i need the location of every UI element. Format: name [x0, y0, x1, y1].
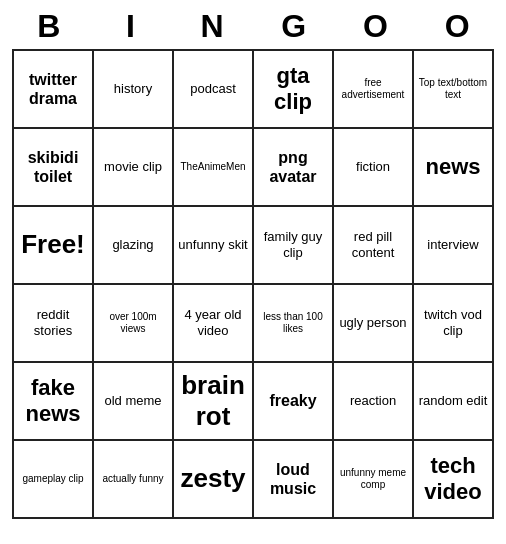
bingo-cell-25[interactable]: old meme: [94, 363, 174, 441]
cell-text-13: glazing: [112, 237, 153, 253]
cell-text-2: podcast: [190, 81, 236, 97]
bingo-cell-2[interactable]: podcast: [174, 51, 254, 129]
cell-text-15: family guy clip: [257, 229, 329, 260]
bingo-cell-20[interactable]: 4 year old video: [174, 285, 254, 363]
header-letter-G: G: [254, 8, 334, 45]
cell-text-1: history: [114, 81, 152, 97]
cell-text-10: fiction: [356, 159, 390, 175]
bingo-cell-34[interactable]: unfunny meme comp: [334, 441, 414, 519]
cell-text-19: over 100m views: [97, 311, 169, 335]
cell-text-22: ugly person: [339, 315, 406, 331]
bingo-cell-18[interactable]: reddit stories: [14, 285, 94, 363]
cell-text-25: old meme: [104, 393, 161, 409]
cell-text-20: 4 year old video: [177, 307, 249, 338]
bingo-cell-17[interactable]: interview: [414, 207, 494, 285]
cell-text-4: free advertisement: [337, 77, 409, 101]
bingo-cell-22[interactable]: ugly person: [334, 285, 414, 363]
cell-text-9: png avatar: [257, 148, 329, 186]
cell-text-18: reddit stories: [17, 307, 89, 338]
header-letter-N: N: [172, 8, 252, 45]
cell-text-5: Top text/bottom text: [417, 77, 489, 101]
bingo-cell-13[interactable]: glazing: [94, 207, 174, 285]
bingo-cell-33[interactable]: loud music: [254, 441, 334, 519]
bingo-cell-23[interactable]: twitch vod clip: [414, 285, 494, 363]
bingo-cell-11[interactable]: news: [414, 129, 494, 207]
bingo-cell-31[interactable]: actually funny: [94, 441, 174, 519]
bingo-cell-4[interactable]: free advertisement: [334, 51, 414, 129]
cell-text-24: fake news: [17, 375, 89, 428]
cell-text-23: twitch vod clip: [417, 307, 489, 338]
bingo-cell-14[interactable]: unfunny skit: [174, 207, 254, 285]
cell-text-11: news: [425, 154, 480, 180]
bingo-table: twitter dramahistorypodcastgta clipfree …: [12, 49, 494, 519]
cell-text-6: skibidi toilet: [17, 148, 89, 186]
bingo-cell-1[interactable]: history: [94, 51, 174, 129]
cell-text-27: freaky: [269, 391, 316, 410]
cell-text-8: TheAnimeMen: [180, 161, 245, 173]
header-letter-O: O: [335, 8, 415, 45]
cell-text-35: tech video: [417, 453, 489, 506]
cell-text-26: brain rot: [177, 370, 249, 432]
bingo-cell-24[interactable]: fake news: [14, 363, 94, 441]
bingo-cell-15[interactable]: family guy clip: [254, 207, 334, 285]
bingo-cell-12[interactable]: Free!: [14, 207, 94, 285]
bingo-cell-3[interactable]: gta clip: [254, 51, 334, 129]
cell-text-14: unfunny skit: [178, 237, 247, 253]
bingo-cell-10[interactable]: fiction: [334, 129, 414, 207]
cell-text-30: gameplay clip: [22, 473, 83, 485]
cell-text-0: twitter drama: [17, 70, 89, 108]
header-letter-B: B: [9, 8, 89, 45]
cell-text-12: Free!: [21, 229, 85, 260]
bingo-cell-35[interactable]: tech video: [414, 441, 494, 519]
header-letter-O: O: [417, 8, 497, 45]
bingo-cell-27[interactable]: freaky: [254, 363, 334, 441]
bingo-header: BINGOO: [8, 8, 498, 45]
bingo-cell-16[interactable]: red pill content: [334, 207, 414, 285]
bingo-cell-8[interactable]: TheAnimeMen: [174, 129, 254, 207]
cell-text-17: interview: [427, 237, 478, 253]
bingo-cell-28[interactable]: reaction: [334, 363, 414, 441]
bingo-cell-32[interactable]: zesty: [174, 441, 254, 519]
cell-text-33: loud music: [257, 460, 329, 498]
cell-text-7: movie clip: [104, 159, 162, 175]
header-letter-I: I: [90, 8, 170, 45]
cell-text-32: zesty: [180, 463, 245, 494]
cell-text-29: random edit: [419, 393, 488, 409]
bingo-cell-29[interactable]: random edit: [414, 363, 494, 441]
cell-text-16: red pill content: [337, 229, 409, 260]
cell-text-21: less than 100 likes: [257, 311, 329, 335]
cell-text-34: unfunny meme comp: [337, 467, 409, 491]
bingo-cell-19[interactable]: over 100m views: [94, 285, 174, 363]
bingo-cell-9[interactable]: png avatar: [254, 129, 334, 207]
cell-text-28: reaction: [350, 393, 396, 409]
bingo-cell-6[interactable]: skibidi toilet: [14, 129, 94, 207]
bingo-cell-30[interactable]: gameplay clip: [14, 441, 94, 519]
bingo-cell-5[interactable]: Top text/bottom text: [414, 51, 494, 129]
cell-text-3: gta clip: [257, 63, 329, 116]
bingo-cell-26[interactable]: brain rot: [174, 363, 254, 441]
bingo-cell-0[interactable]: twitter drama: [14, 51, 94, 129]
cell-text-31: actually funny: [102, 473, 163, 485]
bingo-cell-21[interactable]: less than 100 likes: [254, 285, 334, 363]
bingo-cell-7[interactable]: movie clip: [94, 129, 174, 207]
